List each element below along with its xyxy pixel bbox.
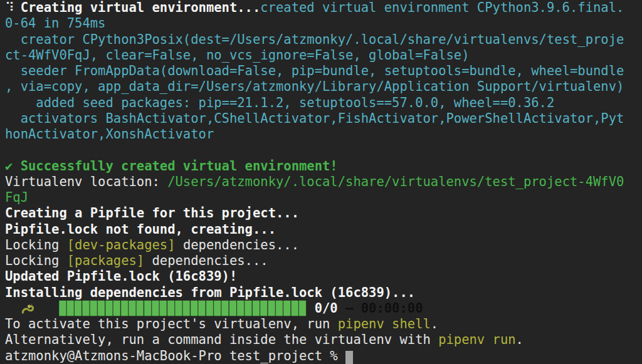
terminal-line-12: Virtualenv location: /Users/atzmonky/.lo… — [5, 174, 642, 190]
terminal-line-19: Installing dependencies from Pipfile.loc… — [5, 285, 642, 301]
text-segment: Creating virtual environment... — [21, 0, 261, 15]
terminal-line-20: ▉▉▉▉▉▉▉▉▉▉▉▉▉▉▉▉▉▉▉▉▉▉▉▉▉▉▉▉▉▉▉▉ 0/0 — 0… — [5, 301, 642, 316]
text-segment: Locking — [5, 253, 67, 268]
text-segment: Installing dependencies from Pipfile.loc… — [5, 285, 415, 300]
terminal-line-4: ct-4WfV0FqJ, clear=False, no_vcs_ignore=… — [5, 48, 642, 63]
terminal-screen[interactable]: ⠹ Creating virtual environment...created… — [0, 0, 642, 364]
text-segment: added seed packages: pip==21.1.2, setupt… — [5, 95, 554, 110]
text-segment: creator CPython3Posix(dest=/Users/atzmon… — [5, 32, 624, 47]
progress-count: 0/0 — [315, 301, 338, 316]
terminal-line-7: added seed packages: pip==21.1.2, setupt… — [5, 95, 642, 111]
text-segment: [packages] — [67, 253, 144, 268]
text-segment — [307, 301, 314, 316]
text-segment: honActivator,XonshActivator — [5, 127, 214, 142]
text-segment: /Users/atzmonky/.local/share/virtualenvs… — [167, 174, 624, 189]
terminal-line-21: To activate this project's virtualenv, r… — [5, 316, 642, 332]
terminal-line-2: 0-64 in 754ms — [5, 16, 642, 31]
text-segment: pipenv shell — [338, 316, 431, 331]
terminal-line-6: , via=copy, app_data_dir=/Users/atzmonky… — [5, 79, 642, 95]
terminal-line-16: Locking [dev-packages] dependencies... — [5, 237, 642, 253]
progress-time: 00:00:00 — [361, 301, 423, 316]
shell-prompt: atzmonky@Atzmons-MacBook-Pro test_projec… — [5, 348, 345, 363]
text-segment: 0-64 in 754ms — [5, 16, 105, 31]
spinner-icon: ⠹ — [5, 0, 13, 16]
terminal-line-5: seeder FromAppData(download=False, pip=b… — [5, 63, 642, 79]
text-segment: Pipfile.lock not found, creating... — [5, 222, 276, 237]
checkmark-icon: ✔ — [5, 159, 13, 174]
terminal-line-8: activators BashActivator,CShellActivator… — [5, 111, 642, 127]
terminal-line-9: honActivator,XonshActivator — [5, 127, 642, 142]
text-segment — [5, 301, 21, 316]
text-segment: Virtualenv location: — [5, 174, 167, 189]
terminal-line-18: Updated Pipfile.lock (16c839)! — [5, 269, 642, 284]
text-segment: pipenv run — [438, 332, 515, 347]
text-segment: To activate this project's virtualenv, r… — [5, 316, 338, 331]
text-segment: dependencies... — [176, 237, 299, 252]
terminal-line-13: FqJ — [5, 190, 642, 205]
text-segment — [13, 0, 20, 15]
text-segment: dependencies... — [144, 253, 268, 268]
terminal-line-10 — [5, 142, 642, 158]
text-segment: Alternatively, run a command inside the … — [5, 332, 438, 347]
terminal-line-22: Alternatively, run a command inside the … — [5, 332, 642, 348]
terminal-line-14: Creating a Pipfile for this project... — [5, 205, 642, 221]
text-segment: . — [431, 316, 438, 331]
snake-icon — [21, 302, 36, 316]
text-segment: seeder FromAppData(download=False, pip=b… — [5, 63, 624, 78]
progress-bar: ▉▉▉▉▉▉▉▉▉▉▉▉▉▉▉▉▉▉▉▉▉▉▉▉▉▉▉▉▉▉▉▉ — [59, 301, 307, 316]
text-segment: , via=copy, app_data_dir=/Users/atzmonky… — [5, 79, 624, 94]
terminal-line-1: ⠹ Creating virtual environment...created… — [5, 0, 642, 16]
terminal-line-15: Pipfile.lock not found, creating... — [5, 222, 642, 237]
cursor — [345, 351, 353, 364]
terminal-line-17: Locking [packages] dependencies... — [5, 253, 642, 269]
text-segment: . — [516, 332, 524, 347]
text-segment: [dev-packages] — [67, 237, 176, 252]
terminal-line-3: creator CPython3Posix(dest=/Users/atzmon… — [5, 32, 642, 48]
terminal-line-23: atzmonky@Atzmons-MacBook-Pro test_projec… — [5, 348, 642, 364]
text-segment: — — [338, 301, 361, 316]
terminal-line-11: ✔ Successfully created virtual environme… — [5, 159, 642, 174]
text-segment — [36, 301, 59, 316]
text-segment: FqJ — [5, 190, 28, 205]
text-segment: Successfully created virtual environment… — [13, 159, 337, 174]
text-segment: Creating a Pipfile for this project... — [5, 205, 299, 221]
text-segment: created virtual environment CPython3.9.6… — [260, 0, 624, 15]
text-segment: Locking — [5, 237, 67, 252]
text-segment: ct-4WfV0FqJ, clear=False, no_vcs_ignore=… — [5, 48, 470, 63]
text-segment: activators BashActivator,CShellActivator… — [5, 111, 624, 126]
text-segment: Updated Pipfile.lock (16c839)! — [5, 269, 237, 284]
